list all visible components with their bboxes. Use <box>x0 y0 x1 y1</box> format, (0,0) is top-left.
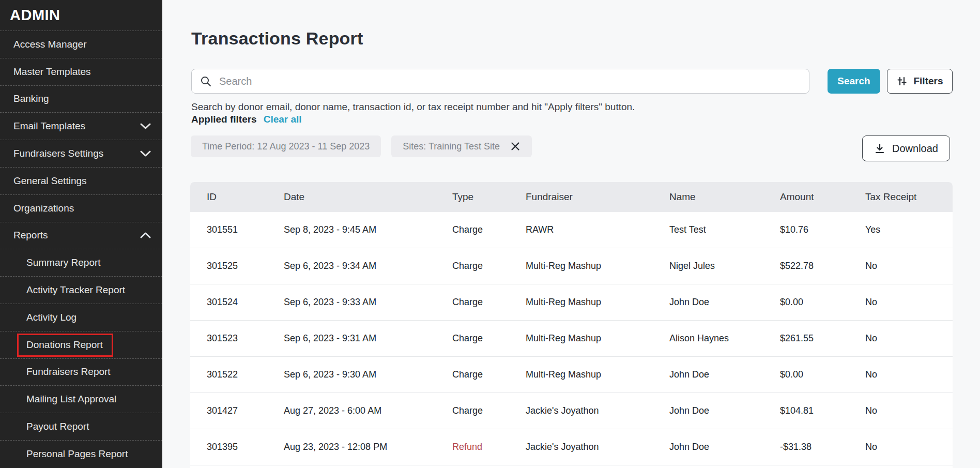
cell-type: Refund <box>452 442 526 452</box>
search-help-text: Search by donor email, donor name, trans… <box>191 101 635 113</box>
cell-id: 301427 <box>207 405 284 416</box>
applied-filters-label: Applied filters <box>191 114 257 125</box>
search-input[interactable] <box>218 75 801 88</box>
sidebar-item-label: Donations Report <box>26 339 103 351</box>
sidebar-item-label: Email Templates <box>13 120 85 132</box>
cell-type: Charge <box>452 297 526 308</box>
cell-name: Test Test <box>669 224 780 235</box>
cell-amount: $10.76 <box>780 224 865 235</box>
sidebar-item-personal-pages-report[interactable]: Personal Pages Report <box>0 440 162 467</box>
cell-name: John Doe <box>669 297 780 308</box>
filters-button-label: Filters <box>913 76 943 87</box>
column-header-fundraiser: Fundraiser <box>526 191 669 203</box>
column-header-name: Name <box>669 191 780 203</box>
search-input-wrapper <box>191 69 809 94</box>
cell-amount: -$31.38 <box>780 442 865 452</box>
sidebar-item-mailing-list-approval[interactable]: Mailing List Approval <box>0 385 162 413</box>
cell-type: Charge <box>452 224 526 235</box>
sidebar-item-general-settings[interactable]: General Settings <box>0 167 162 194</box>
chevron-up-icon <box>140 232 151 238</box>
filter-chip-label: Sites: Training Test Site <box>403 141 500 152</box>
sidebar-item-activity-tracker-report[interactable]: Activity Tracker Report <box>0 276 162 304</box>
cell-date: Sep 6, 2023 - 9:31 AM <box>284 333 452 344</box>
column-header-id: ID <box>207 191 284 203</box>
download-button[interactable]: Download <box>862 135 950 161</box>
cell-fundraiser: Jackie's Joyathon <box>526 405 669 416</box>
sidebar-item-label: Activity Tracker Report <box>26 284 125 296</box>
column-header-amount: Amount <box>780 191 865 203</box>
column-header-type: Type <box>452 191 526 203</box>
sidebar-item-donations-report[interactable]: Donations Report <box>0 331 162 358</box>
sidebar: ADMIN Access ManagerMaster TemplatesBank… <box>0 0 162 468</box>
cell-date: Sep 8, 2023 - 9:45 AM <box>284 224 452 235</box>
cell-id: 301525 <box>207 261 284 271</box>
cell-tax-receipt: No <box>865 333 953 344</box>
filter-chip-label: Time Period: 12 Aug 2023 - 11 Sep 2023 <box>202 141 370 152</box>
sidebar-item-payout-report[interactable]: Payout Report <box>0 413 162 440</box>
sidebar-item-label: Activity Log <box>26 312 76 323</box>
sidebar-item-label: Organizations <box>13 203 74 214</box>
download-button-label: Download <box>892 143 938 155</box>
sidebar-item-fundraisers-report[interactable]: Fundraisers Report <box>0 358 162 386</box>
cell-tax-receipt: No <box>865 261 953 271</box>
search-icon <box>200 76 211 87</box>
cell-name: Alison Haynes <box>669 333 780 344</box>
cell-fundraiser: RAWR <box>526 224 669 235</box>
cell-id: 301522 <box>207 369 284 380</box>
chevron-down-icon <box>140 150 151 157</box>
cell-date: Aug 27, 2023 - 6:00 AM <box>284 405 452 416</box>
sidebar-item-fundraisers-settings[interactable]: Fundraisers Settings <box>0 140 162 167</box>
sidebar-item-email-templates[interactable]: Email Templates <box>0 112 162 140</box>
cell-date: Sep 6, 2023 - 9:33 AM <box>284 297 452 308</box>
cell-amount: $104.81 <box>780 405 865 416</box>
cell-id: 301395 <box>207 442 284 452</box>
filter-chip: Time Period: 12 Aug 2023 - 11 Sep 2023 <box>191 135 381 157</box>
cell-amount: $522.78 <box>780 261 865 271</box>
sidebar-item-activity-log[interactable]: Activity Log <box>0 304 162 331</box>
chip-close-icon[interactable] <box>510 141 520 152</box>
table-body: 301551Sep 8, 2023 - 9:45 AMChargeRAWRTes… <box>190 212 953 465</box>
column-header-tax-receipt: Tax Receipt <box>865 191 953 203</box>
cell-name: John Doe <box>669 442 780 452</box>
sidebar-item-label: Reports <box>13 230 48 241</box>
sidebar-item-summary-report[interactable]: Summary Report <box>0 249 162 276</box>
table-row[interactable]: 301523Sep 6, 2023 - 9:31 AMChargeMulti-R… <box>190 321 953 357</box>
search-button[interactable]: Search <box>828 69 880 94</box>
sidebar-item-label: General Settings <box>13 175 87 187</box>
cell-tax-receipt: No <box>865 369 953 380</box>
table-row[interactable]: 301522Sep 6, 2023 - 9:30 AMChargeMulti-R… <box>190 357 953 393</box>
clear-all-link[interactable]: Clear all <box>264 114 302 125</box>
sidebar-item-organizations[interactable]: Organizations <box>0 194 162 222</box>
cell-name: John Doe <box>669 369 780 380</box>
table-row[interactable]: 301427Aug 27, 2023 - 6:00 AMChargeJackie… <box>190 393 953 429</box>
sidebar-item-label: Payout Report <box>26 421 89 432</box>
cell-type: Charge <box>452 261 526 271</box>
transactions-table: IDDateTypeFundraiserNameAmountTax Receip… <box>190 182 953 468</box>
table-row[interactable]: 301395Aug 23, 2023 - 12:08 PMRefundJacki… <box>190 429 953 465</box>
cell-date: Aug 23, 2023 - 12:08 PM <box>284 442 452 452</box>
filters-icon <box>896 76 908 87</box>
sidebar-item-master-templates[interactable]: Master Templates <box>0 58 162 85</box>
sidebar-item-label: Summary Report <box>26 257 101 268</box>
applied-filters-row: Applied filters Clear all <box>191 114 302 125</box>
sidebar-item-banking[interactable]: Banking <box>0 85 162 113</box>
table-row[interactable]: 301551Sep 8, 2023 - 9:45 AMChargeRAWRTes… <box>190 212 953 248</box>
cell-amount: $0.00 <box>780 369 865 380</box>
sidebar-item-reports[interactable]: Reports <box>0 222 162 249</box>
cell-tax-receipt: No <box>865 297 953 308</box>
cell-fundraiser: Multi-Reg Mashup <box>526 297 669 308</box>
sidebar-nav: Access ManagerMaster TemplatesBankingEma… <box>0 31 162 467</box>
table-row[interactable]: 301524Sep 6, 2023 - 9:33 AMChargeMulti-R… <box>190 284 953 321</box>
cell-tax-receipt: No <box>865 442 953 452</box>
filters-button[interactable]: Filters <box>887 69 953 94</box>
sidebar-item-label: Mailing List Approval <box>26 394 116 405</box>
table-row[interactable]: 301525Sep 6, 2023 - 9:34 AMChargeMulti-R… <box>190 248 953 284</box>
cell-fundraiser: Jackie's Joyathon <box>526 442 669 452</box>
cell-fundraiser: Multi-Reg Mashup <box>526 261 669 271</box>
sidebar-item-access-manager[interactable]: Access Manager <box>0 31 162 58</box>
cell-amount: $261.55 <box>780 333 865 344</box>
cell-date: Sep 6, 2023 - 9:34 AM <box>284 261 452 271</box>
cell-type: Charge <box>452 405 526 416</box>
column-header-date: Date <box>284 191 452 203</box>
cell-tax-receipt: Yes <box>865 224 953 235</box>
